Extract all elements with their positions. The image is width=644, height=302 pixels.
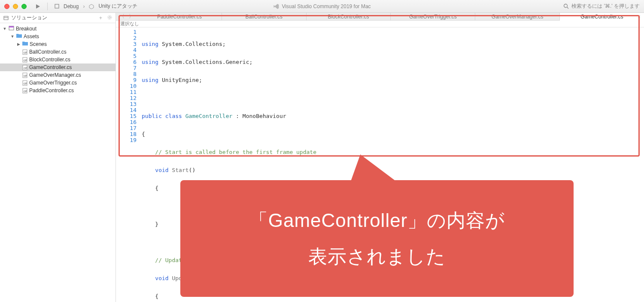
folder-icon	[16, 33, 22, 39]
tree-file-item[interactable]: c#BallController.cs	[0, 48, 115, 56]
main-area: 〈 〉 PaddleController.csBallController.cs…	[116, 13, 644, 302]
window-controls	[4, 4, 27, 9]
svg-marker-0	[36, 4, 40, 9]
tree-file-item[interactable]: c#PaddleController.cs	[0, 87, 115, 94]
editor-tab[interactable]: GameController.cs×	[560, 13, 644, 21]
svg-rect-1	[55, 4, 59, 8]
svg-point-7	[109, 16, 111, 18]
maximize-window-button[interactable]	[21, 4, 27, 9]
svg-text:c#: c#	[24, 90, 27, 93]
tree-file-label: GameOverManager.cs	[29, 72, 81, 78]
tree-file-item[interactable]: c#GameOverManager.cs	[0, 71, 115, 79]
solution-icon	[3, 15, 9, 21]
svg-text:c#: c#	[24, 82, 27, 85]
svg-text:c#: c#	[24, 51, 27, 54]
tree-assets[interactable]: ▼ Assets	[0, 33, 115, 40]
editor-tab[interactable]: BlockController.cs	[307, 13, 391, 20]
tree-file-label: BallController.cs	[29, 49, 67, 55]
tab-label: GameOverTrigger.cs	[409, 14, 457, 20]
tree-root[interactable]: ▼ Breakout	[0, 25, 115, 33]
titlebar: Debug › Unity にアタッチ Visual Studio Commun…	[0, 0, 644, 13]
csharp-file-icon: c#	[22, 80, 27, 86]
tab-label: GameOverManager.cs	[492, 14, 544, 20]
search-icon[interactable]	[563, 3, 569, 9]
nav-forward-icon[interactable]: 〉	[129, 13, 134, 20]
gear-icon[interactable]	[107, 15, 112, 21]
chevron-right-icon[interactable]: ▶	[16, 42, 21, 46]
tree-assets-label: Assets	[24, 33, 39, 39]
editor-tab[interactable]: PaddleController.cs	[137, 13, 222, 20]
solution-root-icon	[9, 25, 14, 32]
tree-file-item[interactable]: c#BlockController.cs	[0, 56, 115, 63]
tree-file-label: GameOverTrigger.cs	[29, 80, 77, 86]
chevron-right-icon: ›	[83, 3, 85, 9]
close-window-button[interactable]	[4, 4, 9, 9]
annotation-callout: 「GameController」の内容が 表示されました	[180, 180, 574, 297]
tab-label: GameController.cs	[580, 14, 623, 20]
close-icon[interactable]: ×	[638, 14, 641, 20]
tree-file-item[interactable]: c#GameController.cs	[0, 63, 115, 71]
toolbar-right: 検索するには '⌘.' を押します	[563, 3, 640, 10]
tree-scenes-label: Scenes	[30, 41, 47, 47]
play-icon[interactable]	[35, 4, 40, 9]
svg-rect-10	[9, 26, 14, 27]
attach-label[interactable]: Unity にアタッチ	[98, 3, 137, 10]
tree-root-label: Breakout	[16, 26, 36, 32]
svg-point-3	[564, 4, 568, 8]
toolbar-left: Debug › Unity にアタッチ	[35, 3, 137, 10]
target-icon[interactable]	[55, 4, 59, 9]
line-gutter: 12345678910111213141516171819	[116, 27, 142, 302]
svg-point-8	[108, 15, 112, 19]
search-hint-label[interactable]: 検索するには '⌘.' を押します	[571, 3, 640, 10]
csharp-file-icon: c#	[22, 72, 27, 78]
callout-arrow	[339, 154, 406, 189]
tab-nav-buttons: 〈 〉	[116, 13, 137, 20]
tree-file-label: GameController.cs	[29, 64, 72, 70]
tab-label: PaddleController.cs	[157, 14, 202, 20]
breadcrumb-label: 選択なし	[120, 21, 139, 27]
titlebar-center: Visual Studio Community 2019 for Mac	[273, 3, 371, 9]
solution-tree: ▼ Breakout ▼ Assets ▶ Scene	[0, 23, 115, 96]
csharp-file-icon: c#	[22, 88, 27, 94]
sidebar-header: ソリューション +	[0, 13, 115, 23]
debug-config-label[interactable]: Debug	[64, 3, 79, 9]
svg-line-4	[567, 7, 569, 9]
svg-text:c#: c#	[24, 59, 27, 62]
folder-icon	[22, 41, 28, 47]
unity-icon	[89, 4, 94, 9]
callout-line1: 「GameController」の内容が	[249, 202, 505, 239]
csharp-file-icon: c#	[22, 65, 27, 70]
tab-label: BlockController.cs	[328, 14, 369, 20]
tree-file-label: BlockController.cs	[29, 57, 70, 63]
app-title-label: Visual Studio Community 2019 for Mac	[282, 3, 371, 9]
content: ソリューション + ▼ Breakout ▼ Assets	[0, 13, 644, 302]
svg-rect-5	[4, 16, 8, 20]
tree-file-label: PaddleController.cs	[29, 88, 74, 94]
callout-line2: 表示されました	[308, 239, 446, 275]
add-icon[interactable]: +	[99, 15, 102, 21]
minimize-window-button[interactable]	[13, 4, 18, 9]
chevron-down-icon[interactable]: ▼	[10, 34, 15, 39]
separator	[47, 3, 48, 10]
tab-label: BallController.cs	[245, 14, 283, 20]
svg-text:c#: c#	[24, 74, 27, 77]
breadcrumb[interactable]: 選択なし	[116, 21, 644, 27]
svg-marker-2	[89, 4, 94, 9]
chevron-down-icon[interactable]: ▼	[3, 27, 7, 31]
sidebar-title: ソリューション	[11, 14, 47, 21]
vs-logo-icon	[273, 3, 279, 9]
editor-tab[interactable]: GameOverManager.cs	[475, 13, 560, 20]
csharp-file-icon: c#	[22, 49, 27, 55]
tree-file-item[interactable]: c#GameOverTrigger.cs	[0, 79, 115, 87]
svg-text:c#: c#	[24, 66, 27, 69]
editor-tab[interactable]: BallController.cs	[222, 13, 307, 20]
sidebar: ソリューション + ▼ Breakout ▼ Assets	[0, 13, 116, 302]
nav-back-icon[interactable]: 〈	[119, 13, 125, 20]
csharp-file-icon: c#	[22, 57, 27, 63]
editor-tab[interactable]: GameOverTrigger.cs	[391, 13, 475, 20]
tab-bar: 〈 〉 PaddleController.csBallController.cs…	[116, 13, 644, 21]
tree-scenes[interactable]: ▶ Scenes	[0, 40, 115, 48]
